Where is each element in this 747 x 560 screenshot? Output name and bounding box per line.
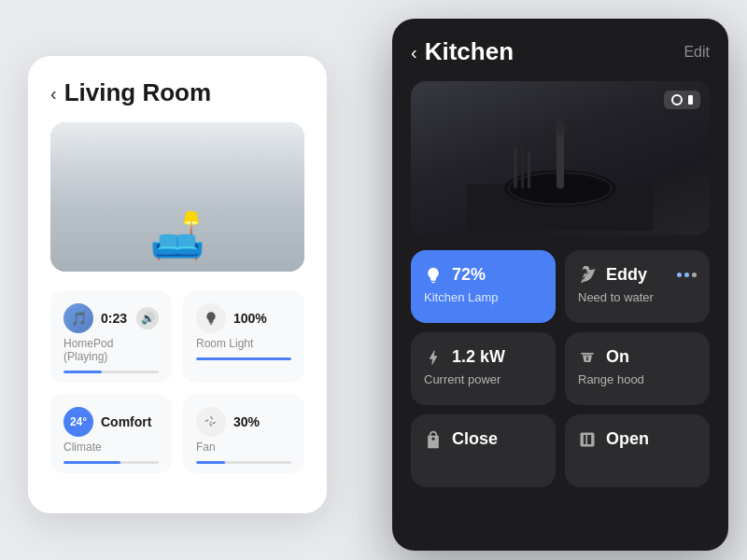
homepod-icon: 🎵 xyxy=(63,303,93,333)
kitchen-controls: 72% Kitchen Lamp Eddy Need to water xyxy=(411,250,710,487)
living-room-card: ‹ Living Room 🎵 0:23 🔊 HomePod (Playing) xyxy=(28,56,327,513)
climate-value: Comfort xyxy=(101,414,151,429)
sink-visual xyxy=(467,119,654,231)
kitchen-card: ‹ Kitchen Edit xyxy=(392,19,728,551)
device-room-light[interactable]: 100% Room Light xyxy=(183,290,304,383)
device-grid: 🎵 0:23 🔊 HomePod (Playing) 100% Room Lig… xyxy=(50,290,304,473)
fan-bar-fill xyxy=(196,461,225,464)
homepod-bar xyxy=(63,371,159,373)
lamp-name: Kitchen Lamp xyxy=(424,290,543,304)
water-dot-1 xyxy=(677,273,682,277)
door-value: Open xyxy=(606,429,649,449)
light-bar-fill xyxy=(196,357,291,360)
living-room-header: ‹ Living Room xyxy=(50,78,304,107)
door-icon xyxy=(578,430,597,449)
temp-icon: 24° xyxy=(63,407,93,437)
eddy-value: Eddy xyxy=(606,265,647,285)
water-dot-2 xyxy=(684,273,689,277)
back-button[interactable]: ‹ xyxy=(50,84,57,103)
svg-rect-3 xyxy=(557,128,564,189)
svg-rect-6 xyxy=(521,142,524,189)
eddy-name: Need to water xyxy=(578,290,697,304)
svg-rect-5 xyxy=(514,147,517,189)
camera-lens-icon xyxy=(671,94,683,105)
climate-bar-fill xyxy=(63,461,120,464)
light-icon xyxy=(196,303,226,333)
kitchen-header: ‹ Kitchen Edit xyxy=(411,37,710,66)
fan-name: Fan xyxy=(196,441,291,454)
homepod-value: 0:23 xyxy=(101,311,127,326)
living-room-title: Living Room xyxy=(64,78,211,107)
kitchen-back-button[interactable]: ‹ xyxy=(411,43,417,62)
lock-icon xyxy=(424,430,443,449)
control-current-power[interactable]: 1.2 kW Current power xyxy=(411,332,556,405)
homepod-name: HomePod (Playing) xyxy=(63,337,159,363)
hood-name: Range hood xyxy=(578,372,697,386)
lamp-value: 72% xyxy=(452,265,486,285)
svg-rect-7 xyxy=(528,151,530,189)
fan-bar xyxy=(196,461,291,464)
control-door[interactable]: Open xyxy=(565,414,710,487)
device-homepod[interactable]: 🎵 0:23 🔊 HomePod (Playing) xyxy=(50,290,172,383)
control-kitchen-lamp[interactable]: 72% Kitchen Lamp xyxy=(411,250,556,323)
power-name: Current power xyxy=(424,372,543,386)
plant-icon xyxy=(578,266,597,285)
kitchen-title: Kitchen xyxy=(425,37,514,66)
power-value: 1.2 kW xyxy=(452,347,505,367)
light-value: 100% xyxy=(233,311,267,326)
bulb-icon xyxy=(424,266,443,285)
living-room-image xyxy=(50,122,304,272)
control-range-hood[interactable]: On Range hood xyxy=(565,332,710,405)
device-fan[interactable]: 30% Fan xyxy=(183,394,304,473)
water-dot-3 xyxy=(692,273,697,277)
water-dots xyxy=(677,273,697,277)
camera-dot-icon xyxy=(688,95,693,105)
fan-icon xyxy=(196,407,226,437)
device-climate[interactable]: 24° Comfort Climate xyxy=(50,394,172,473)
camera-button[interactable] xyxy=(664,91,700,109)
lock-value: Close xyxy=(452,429,498,449)
control-lock[interactable]: Close xyxy=(411,414,556,487)
svg-point-4 xyxy=(556,120,565,135)
homepod-bar-fill xyxy=(63,371,102,373)
climate-bar xyxy=(63,461,159,464)
speaker-icon: 🔊 xyxy=(136,307,159,329)
light-name: Room Light xyxy=(196,337,291,350)
hood-value: On xyxy=(606,347,629,367)
fan-value: 30% xyxy=(233,414,260,429)
control-eddy-plant[interactable]: Eddy Need to water xyxy=(565,250,710,323)
light-bar xyxy=(196,357,291,360)
power-icon xyxy=(424,348,443,367)
kitchen-edit-button[interactable]: Edit xyxy=(684,44,710,61)
hood-icon xyxy=(578,348,597,367)
climate-name: Climate xyxy=(63,441,159,454)
kitchen-image xyxy=(411,81,710,235)
